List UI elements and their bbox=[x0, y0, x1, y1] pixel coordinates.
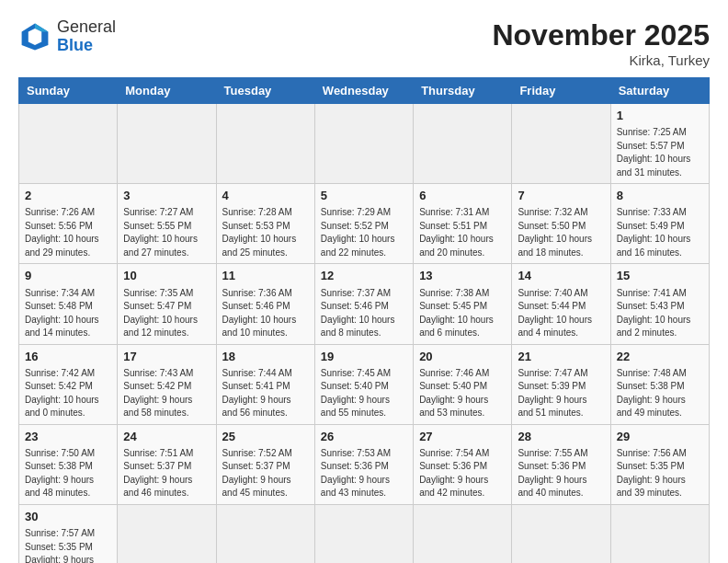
calendar-week-row: 16Sunrise: 7:42 AM Sunset: 5:42 PM Dayli… bbox=[19, 344, 710, 424]
day-info: Sunrise: 7:51 AM Sunset: 5:37 PM Dayligh… bbox=[123, 447, 210, 500]
calendar-cell: 20Sunrise: 7:46 AM Sunset: 5:40 PM Dayli… bbox=[414, 344, 512, 424]
calendar-week-row: 9Sunrise: 7:34 AM Sunset: 5:48 PM Daylig… bbox=[19, 264, 710, 344]
calendar-cell bbox=[118, 504, 216, 563]
day-number: 13 bbox=[419, 268, 506, 284]
calendar-cell: 1Sunrise: 7:25 AM Sunset: 5:57 PM Daylig… bbox=[610, 104, 709, 184]
day-info: Sunrise: 7:55 AM Sunset: 5:36 PM Dayligh… bbox=[518, 447, 604, 500]
weekday-header-monday: Monday bbox=[118, 78, 216, 104]
day-info: Sunrise: 7:52 AM Sunset: 5:37 PM Dayligh… bbox=[222, 447, 309, 500]
calendar-cell: 27Sunrise: 7:54 AM Sunset: 5:36 PM Dayli… bbox=[414, 424, 512, 504]
day-number: 21 bbox=[518, 349, 604, 365]
day-info: Sunrise: 7:28 AM Sunset: 5:53 PM Dayligh… bbox=[222, 206, 309, 259]
calendar-cell bbox=[216, 504, 314, 563]
day-number: 11 bbox=[222, 268, 309, 284]
day-number: 24 bbox=[123, 429, 210, 445]
day-number: 25 bbox=[222, 429, 309, 445]
day-info: Sunrise: 7:35 AM Sunset: 5:47 PM Dayligh… bbox=[123, 287, 210, 340]
calendar-cell: 13Sunrise: 7:38 AM Sunset: 5:45 PM Dayli… bbox=[414, 264, 512, 344]
calendar-cell: 29Sunrise: 7:56 AM Sunset: 5:35 PM Dayli… bbox=[610, 424, 709, 504]
calendar-cell bbox=[512, 504, 610, 563]
day-info: Sunrise: 7:31 AM Sunset: 5:51 PM Dayligh… bbox=[419, 206, 506, 259]
day-info: Sunrise: 7:48 AM Sunset: 5:38 PM Dayligh… bbox=[617, 367, 703, 420]
day-number: 17 bbox=[123, 349, 210, 365]
day-info: Sunrise: 7:45 AM Sunset: 5:40 PM Dayligh… bbox=[321, 367, 407, 420]
calendar-cell bbox=[414, 104, 512, 184]
day-number: 22 bbox=[617, 349, 703, 365]
day-number: 9 bbox=[25, 268, 111, 284]
calendar-cell: 30Sunrise: 7:57 AM Sunset: 5:35 PM Dayli… bbox=[19, 504, 118, 563]
calendar-cell: 17Sunrise: 7:43 AM Sunset: 5:42 PM Dayli… bbox=[118, 344, 216, 424]
calendar-cell bbox=[216, 104, 314, 184]
day-info: Sunrise: 7:26 AM Sunset: 5:56 PM Dayligh… bbox=[25, 206, 111, 259]
calendar-week-row: 23Sunrise: 7:50 AM Sunset: 5:38 PM Dayli… bbox=[19, 424, 710, 504]
calendar-cell bbox=[118, 104, 216, 184]
day-info: Sunrise: 7:27 AM Sunset: 5:55 PM Dayligh… bbox=[123, 206, 210, 259]
location: Kirka, Turkey bbox=[492, 52, 710, 68]
day-info: Sunrise: 7:46 AM Sunset: 5:40 PM Dayligh… bbox=[419, 367, 506, 420]
day-number: 10 bbox=[123, 268, 210, 284]
day-number: 7 bbox=[518, 188, 604, 204]
day-number: 28 bbox=[518, 429, 604, 445]
day-info: Sunrise: 7:40 AM Sunset: 5:44 PM Dayligh… bbox=[518, 287, 604, 340]
svg-marker-2 bbox=[28, 29, 41, 45]
day-number: 29 bbox=[617, 429, 703, 445]
calendar-cell: 28Sunrise: 7:55 AM Sunset: 5:36 PM Dayli… bbox=[512, 424, 610, 504]
calendar-header-row: SundayMondayTuesdayWednesdayThursdayFrid… bbox=[19, 78, 710, 104]
day-number: 2 bbox=[25, 188, 111, 204]
day-info: Sunrise: 7:38 AM Sunset: 5:45 PM Dayligh… bbox=[419, 287, 506, 340]
day-info: Sunrise: 7:36 AM Sunset: 5:46 PM Dayligh… bbox=[222, 287, 309, 340]
day-info: Sunrise: 7:25 AM Sunset: 5:57 PM Dayligh… bbox=[617, 126, 703, 179]
calendar-week-row: 30Sunrise: 7:57 AM Sunset: 5:35 PM Dayli… bbox=[19, 504, 710, 563]
calendar-cell bbox=[314, 504, 413, 563]
calendar-cell: 26Sunrise: 7:53 AM Sunset: 5:36 PM Dayli… bbox=[314, 424, 413, 504]
calendar-cell: 3Sunrise: 7:27 AM Sunset: 5:55 PM Daylig… bbox=[118, 184, 216, 264]
day-info: Sunrise: 7:44 AM Sunset: 5:41 PM Dayligh… bbox=[222, 367, 309, 420]
calendar-cell: 23Sunrise: 7:50 AM Sunset: 5:38 PM Dayli… bbox=[19, 424, 118, 504]
day-info: Sunrise: 7:41 AM Sunset: 5:43 PM Dayligh… bbox=[617, 287, 703, 340]
day-number: 27 bbox=[419, 429, 506, 445]
day-info: Sunrise: 7:33 AM Sunset: 5:49 PM Dayligh… bbox=[617, 206, 703, 259]
day-number: 16 bbox=[25, 349, 111, 365]
day-number: 6 bbox=[419, 188, 506, 204]
day-info: Sunrise: 7:57 AM Sunset: 5:35 PM Dayligh… bbox=[25, 527, 111, 563]
logo: General Blue bbox=[18, 18, 116, 55]
day-number: 3 bbox=[123, 188, 210, 204]
day-number: 1 bbox=[617, 108, 703, 124]
day-number: 20 bbox=[419, 349, 506, 365]
day-number: 30 bbox=[25, 509, 111, 525]
calendar-cell: 10Sunrise: 7:35 AM Sunset: 5:47 PM Dayli… bbox=[118, 264, 216, 344]
calendar-cell: 9Sunrise: 7:34 AM Sunset: 5:48 PM Daylig… bbox=[19, 264, 118, 344]
day-info: Sunrise: 7:29 AM Sunset: 5:52 PM Dayligh… bbox=[321, 206, 407, 259]
logo-icon bbox=[18, 20, 51, 53]
weekday-header-tuesday: Tuesday bbox=[216, 78, 314, 104]
calendar-week-row: 1Sunrise: 7:25 AM Sunset: 5:57 PM Daylig… bbox=[19, 104, 710, 184]
day-info: Sunrise: 7:42 AM Sunset: 5:42 PM Dayligh… bbox=[25, 367, 111, 420]
calendar: SundayMondayTuesdayWednesdayThursdayFrid… bbox=[18, 77, 710, 563]
day-info: Sunrise: 7:43 AM Sunset: 5:42 PM Dayligh… bbox=[123, 367, 210, 420]
day-number: 23 bbox=[25, 429, 111, 445]
day-number: 4 bbox=[222, 188, 309, 204]
calendar-cell: 22Sunrise: 7:48 AM Sunset: 5:38 PM Dayli… bbox=[610, 344, 709, 424]
day-number: 15 bbox=[617, 268, 703, 284]
day-number: 19 bbox=[321, 349, 407, 365]
weekday-header-friday: Friday bbox=[512, 78, 610, 104]
calendar-cell: 6Sunrise: 7:31 AM Sunset: 5:51 PM Daylig… bbox=[414, 184, 512, 264]
calendar-cell: 2Sunrise: 7:26 AM Sunset: 5:56 PM Daylig… bbox=[19, 184, 118, 264]
calendar-cell: 12Sunrise: 7:37 AM Sunset: 5:46 PM Dayli… bbox=[314, 264, 413, 344]
calendar-cell: 21Sunrise: 7:47 AM Sunset: 5:39 PM Dayli… bbox=[512, 344, 610, 424]
day-info: Sunrise: 7:54 AM Sunset: 5:36 PM Dayligh… bbox=[419, 447, 506, 500]
calendar-cell: 25Sunrise: 7:52 AM Sunset: 5:37 PM Dayli… bbox=[216, 424, 314, 504]
day-number: 18 bbox=[222, 349, 309, 365]
day-info: Sunrise: 7:53 AM Sunset: 5:36 PM Dayligh… bbox=[321, 447, 407, 500]
day-number: 26 bbox=[321, 429, 407, 445]
weekday-header-saturday: Saturday bbox=[610, 78, 709, 104]
calendar-cell: 16Sunrise: 7:42 AM Sunset: 5:42 PM Dayli… bbox=[19, 344, 118, 424]
calendar-cell: 5Sunrise: 7:29 AM Sunset: 5:52 PM Daylig… bbox=[314, 184, 413, 264]
day-number: 14 bbox=[518, 268, 604, 284]
calendar-cell bbox=[314, 104, 413, 184]
title-block: November 2025 Kirka, Turkey bbox=[492, 18, 710, 68]
day-number: 5 bbox=[321, 188, 407, 204]
page-header: General Blue November 2025 Kirka, Turkey bbox=[18, 18, 710, 68]
calendar-cell: 4Sunrise: 7:28 AM Sunset: 5:53 PM Daylig… bbox=[216, 184, 314, 264]
day-info: Sunrise: 7:50 AM Sunset: 5:38 PM Dayligh… bbox=[25, 447, 111, 500]
